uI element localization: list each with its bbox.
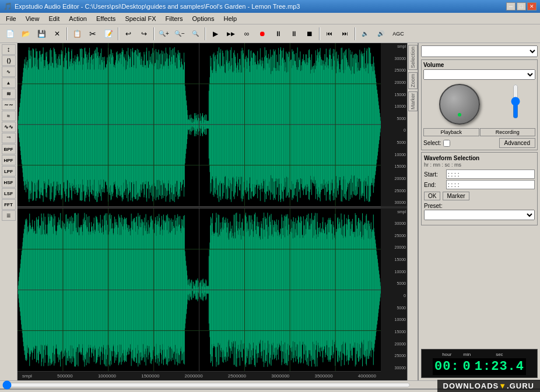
toolbar: 📄 📂 💾 ✕ 📋 ✂ 📝 ↩ ↪ 🔍+ 🔍− 🔍 ▶ ▶▶ ∞ ⏺ ⏸ ⏸ ⏹… [0,24,540,43]
stop-button[interactable]: ⏹ [302,26,317,41]
vol-down-button[interactable]: 🔈 [357,26,373,41]
titlebar: 🎵 Expstudio Audio Editor - C:\Users\psi\… [0,0,540,13]
prev-button[interactable]: ⏮ [322,26,337,41]
close-file-button[interactable]: ✕ [50,26,65,41]
x-axis: smpl 500000 1000000 1500000 2000000 2500… [17,371,381,380]
open-button[interactable]: 📂 [18,26,33,41]
play-sel-button[interactable]: ▶▶ [223,26,239,41]
tool-eq[interactable]: ∼∼ [2,100,16,110]
pause-button[interactable]: ⏸ [271,26,286,41]
record-button[interactable]: ⏺ [255,26,270,41]
menu-file[interactable]: File [1,15,21,23]
ws-end-input[interactable] [446,180,535,189]
xaxis-4m: 4000000 [358,373,376,379]
cut-button[interactable]: ✂ [85,26,100,41]
xaxis-1-5m: 1500000 [141,373,159,379]
tool-hpf[interactable]: HPF [2,155,16,165]
tool-lpf[interactable]: LPF [2,166,16,176]
ws-end-label: End: [424,182,444,188]
zoom-fit-button[interactable]: 🔍 [188,26,203,41]
pause2-button[interactable]: ⏸ [286,26,301,41]
tool-peak[interactable]: ▲ [2,77,16,88]
advanced-button[interactable]: Advanced [499,138,535,148]
volume-label: Volume [423,62,535,68]
waveform-top[interactable] [17,43,381,206]
select-checkbox[interactable] [443,140,450,147]
menu-options[interactable]: Options [188,15,219,23]
maximize-button[interactable]: □ [517,2,526,10]
playback-tab[interactable]: Playback [423,128,479,136]
time-display: hour 00: min 0 sec 1:23.4 [421,349,538,378]
tool-list[interactable]: ≡ [2,210,16,221]
volume-knob[interactable] [439,84,480,125]
menu-edit[interactable]: Edit [44,15,64,23]
menu-effects[interactable]: Effects [92,15,120,23]
waveform-bottom[interactable] [17,209,381,372]
tool-bpf[interactable]: BPF [2,144,16,154]
y-axis-panel: smpl 30000 25000 20000 15000 10000 5000 … [381,43,407,380]
menu-specialfx[interactable]: Special FX [120,15,160,23]
minimize-button[interactable]: ─ [506,2,516,10]
tool-stretch[interactable]: ⟨⟩ [2,55,16,66]
tool-hsf[interactable]: HSF [2,177,16,188]
volume-group: Volume Playback Recording [421,59,538,150]
zoom-in-button[interactable]: 🔍+ [156,26,171,41]
recording-tab[interactable]: Recording [480,128,536,136]
sep2 [118,27,119,40]
ws-preset-label: Preset: [424,203,535,209]
tool-inv[interactable]: ⁻¹ [2,133,16,143]
loop-button[interactable]: ∞ [239,26,254,41]
play-button[interactable]: ▶ [208,26,223,41]
ws-ok-button[interactable]: OK [424,192,440,200]
knob-indicator [458,113,461,116]
volume-slider[interactable] [511,84,520,119]
app-icon: 🎵 [3,2,12,10]
waveform-bottom-canvas [17,209,381,372]
undo-button[interactable]: ↩ [121,26,136,41]
waveforms-column: smpl 500000 1000000 1500000 2000000 2500… [17,43,381,380]
volume-dropdown[interactable] [423,69,535,80]
volume-slider-area [511,84,520,125]
sep6 [355,27,356,40]
agc-button[interactable]: AGC [389,26,408,41]
horizontal-scrollbar[interactable] [2,382,411,388]
top-dropdown[interactable] [421,45,538,57]
tool-fft[interactable]: FFT [2,199,16,210]
time-min-section: min 0 [461,352,473,375]
tool-wave[interactable]: ∿ [2,66,16,77]
ws-preset-row: Preset: [424,203,535,223]
menu-action[interactable]: Action [64,15,92,23]
ws-buttons-row: OK Marker [424,192,535,200]
sec-label: sec [496,352,503,357]
new-button[interactable]: 📄 [2,26,17,41]
sep1 [66,27,68,40]
min-label: min [463,352,471,357]
menu-filters[interactable]: Filters [161,15,188,23]
ws-marker-button[interactable]: Marker [443,192,469,200]
tool-select[interactable]: ↕ [2,44,16,55]
sidebar-vertical-labels: Selection Zoom Marker [407,43,418,380]
ws-preset-dropdown[interactable] [424,210,535,220]
save-button[interactable]: 💾 [34,26,49,41]
ws-start-input[interactable] [446,169,535,179]
xaxis-3-5m: 3500000 [314,373,332,379]
paste-button[interactable]: 📝 [101,26,116,41]
watermark-icon: ▼ [499,382,507,390]
waveform-area: smpl 500000 1000000 1500000 2000000 2500… [17,43,418,380]
tool-wave2[interactable]: ∿∿ [2,122,16,132]
tool-lsf[interactable]: LSF [2,188,16,199]
tool-noise[interactable]: ≋ [2,89,16,99]
zoom-out-button[interactable]: 🔍− [172,26,187,41]
vol-up-button[interactable]: 🔊 [373,26,388,41]
close-button[interactable]: ✕ [527,2,537,10]
copy-button[interactable]: 📋 [69,26,85,41]
time-hour-section: hour 00: [433,352,461,375]
left-tools-panel: ↕ ⟨⟩ ∿ ▲ ≋ ∼∼ ≈ ∿∿ ⁻¹ BPF HPF LPF HSF LS… [0,43,17,380]
playback-recording-tabs: Playback Recording [423,128,535,136]
redo-button[interactable]: ↪ [136,26,152,41]
tool-approx[interactable]: ≈ [2,111,16,121]
waveform-top-canvas [17,43,381,206]
next-button[interactable]: ⏭ [338,26,353,41]
menu-view[interactable]: View [21,15,44,23]
menu-help[interactable]: Help [219,15,241,23]
